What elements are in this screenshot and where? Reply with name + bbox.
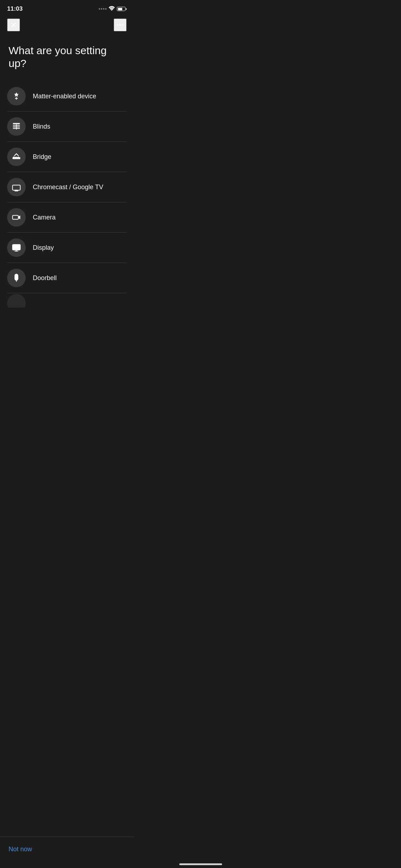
doorbell-icon [12, 273, 21, 283]
svg-rect-1 [13, 123, 20, 124]
blinds-label: Blinds [33, 123, 50, 130]
svg-point-7 [13, 156, 14, 157]
list-item-blinds[interactable]: Blinds [7, 112, 127, 142]
svg-point-10 [18, 156, 19, 157]
svg-point-20 [16, 279, 17, 280]
blinds-icon [12, 122, 21, 131]
bridge-icon-circle [7, 148, 26, 166]
svg-rect-11 [12, 185, 20, 190]
list-item-matter[interactable]: Matter-enabled device [7, 81, 127, 112]
device-list: Matter-enabled device Blinds [0, 81, 134, 308]
matter-label: Matter-enabled device [33, 93, 96, 100]
doorbell-label: Doorbell [33, 274, 57, 282]
chromecast-icon [12, 182, 21, 192]
status-bar: 11:03 [0, 0, 134, 16]
bridge-label: Bridge [33, 153, 51, 161]
chromecast-label: Chromecast / Google TV [33, 184, 103, 191]
signal-icon [99, 8, 107, 10]
bridge-icon [12, 152, 21, 161]
list-item-bridge[interactable]: Bridge [7, 142, 127, 172]
close-icon [10, 21, 17, 29]
list-item-display[interactable]: Display [7, 233, 127, 263]
more-dots-icon [117, 24, 118, 26]
list-item-doorbell[interactable]: Doorbell [7, 263, 127, 293]
status-icons [99, 6, 127, 12]
display-label: Display [33, 244, 54, 252]
svg-rect-14 [12, 216, 18, 219]
battery-icon [117, 7, 127, 11]
more-dots-icon [119, 24, 121, 26]
display-icon-circle [7, 238, 26, 257]
wifi-icon [109, 6, 115, 12]
svg-point-0 [111, 10, 112, 11]
more-options-button[interactable] [114, 19, 127, 31]
svg-rect-16 [12, 244, 20, 250]
status-time: 11:03 [7, 5, 22, 12]
svg-point-9 [16, 156, 17, 157]
svg-point-8 [15, 156, 16, 157]
camera-icon [12, 213, 21, 222]
camera-icon-circle [7, 208, 26, 227]
nav-bar [0, 16, 134, 37]
partial-icon-circle [7, 294, 26, 308]
page-title: What are you setting up? [0, 37, 134, 81]
more-dots-icon [122, 24, 123, 26]
matter-icon [12, 92, 21, 101]
list-item-chromecast[interactable]: Chromecast / Google TV [7, 172, 127, 202]
display-icon [12, 243, 21, 252]
list-item-partial [7, 293, 127, 308]
camera-label: Camera [33, 214, 56, 221]
chromecast-icon-circle [7, 178, 26, 196]
close-button[interactable] [7, 19, 20, 31]
matter-icon-circle [7, 87, 26, 105]
doorbell-icon-circle [7, 269, 26, 287]
list-item-camera[interactable]: Camera [7, 202, 127, 233]
blinds-icon-circle [7, 117, 26, 136]
